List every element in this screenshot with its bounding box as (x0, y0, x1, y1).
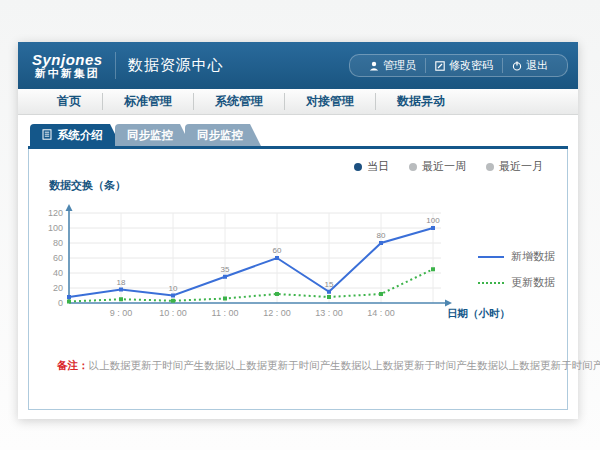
range-selector: 当日 最近一周 最近一月 (29, 149, 567, 174)
document-icon (42, 129, 52, 142)
svg-text:60: 60 (273, 246, 282, 255)
tab-sync-monitor-1[interactable]: 同步监控 (115, 124, 191, 146)
tab-sync-monitor-2[interactable]: 同步监控 (185, 124, 261, 146)
svg-text:80: 80 (377, 231, 386, 240)
nav-item-standard-mgmt[interactable]: 标准管理 (102, 93, 193, 110)
legend-swatch-solid-blue (478, 256, 504, 258)
svg-text:18: 18 (117, 278, 126, 287)
legend-item-new-data: 新增数据 (478, 249, 555, 264)
svg-text:11 : 00: 11 : 00 (212, 308, 239, 318)
svg-text:日期（小时）: 日期（小时） (447, 307, 510, 320)
tab-label: 系统介绍 (57, 128, 103, 143)
radio-dot-selected (354, 163, 362, 171)
legend-label: 新增数据 (511, 249, 555, 264)
svg-text:0: 0 (58, 298, 63, 308)
svg-text:40: 40 (53, 268, 63, 278)
svg-text:9 : 00: 9 : 00 (110, 308, 133, 318)
nav-item-home[interactable]: 首页 (36, 93, 102, 110)
footnote-prefix: 备注： (57, 359, 89, 371)
legend-label: 更新数据 (511, 275, 555, 290)
power-icon (512, 61, 522, 71)
chart-panel: 当日 最近一周 最近一月 数据交换（条） 0204060801001209 : … (28, 149, 568, 410)
line-chart: 0204060801001209 : 0010 : 0011 : 0012 : … (45, 197, 510, 329)
nav-item-data-change[interactable]: 数据异动 (375, 93, 466, 110)
brand-logo: Synjones 新中新集团 (32, 52, 116, 79)
user-icon (369, 61, 379, 71)
tab-label: 同步监控 (127, 128, 173, 143)
radio-dot (486, 163, 494, 171)
chart-legend: 新增数据 更新数据 (478, 249, 555, 290)
header-actions: 管理员 修改密码 退出 (349, 54, 568, 77)
svg-text:80: 80 (53, 238, 63, 248)
svg-text:10: 10 (169, 284, 178, 293)
tab-bar: 系统介绍 同步监控 同步监控 (30, 124, 568, 146)
edit-icon (435, 61, 445, 71)
y-axis-title: 数据交换（条） (49, 178, 567, 193)
radio-dot (409, 163, 417, 171)
content-area: 系统介绍 同步监控 同步监控 当日 最近一周 (18, 115, 578, 410)
svg-text:100: 100 (426, 216, 440, 225)
chart-container: 0204060801001209 : 0010 : 0011 : 0012 : … (45, 197, 567, 329)
logout-label: 退出 (526, 58, 548, 73)
nav-item-system-mgmt[interactable]: 系统管理 (193, 93, 284, 110)
brand-logo-text: Synjones (32, 52, 103, 68)
svg-text:15: 15 (325, 280, 334, 289)
radio-last-month[interactable]: 最近一月 (486, 159, 543, 174)
svg-text:60: 60 (53, 253, 63, 263)
nav-item-interface-mgmt[interactable]: 对接管理 (284, 93, 375, 110)
radio-today[interactable]: 当日 (354, 159, 389, 174)
svg-text:13 : 00: 13 : 00 (315, 308, 343, 318)
svg-text:12 : 00: 12 : 00 (263, 308, 291, 318)
logout-button[interactable]: 退出 (502, 58, 557, 73)
svg-text:120: 120 (48, 208, 63, 218)
radio-label: 当日 (367, 159, 389, 174)
svg-text:10 : 00: 10 : 00 (159, 308, 187, 318)
user-label: 管理员 (383, 58, 416, 73)
svg-text:35: 35 (221, 265, 230, 274)
page-title: 数据资源中心 (128, 56, 224, 75)
radio-label: 最近一月 (499, 159, 543, 174)
brand-logo-subtext: 新中新集团 (32, 68, 103, 80)
tab-system-intro[interactable]: 系统介绍 (30, 124, 121, 146)
tab-label: 同步监控 (197, 128, 243, 143)
radio-last-week[interactable]: 最近一周 (409, 159, 466, 174)
change-password-button[interactable]: 修改密码 (425, 58, 502, 73)
radio-label: 最近一周 (422, 159, 466, 174)
footnote: 备注：以上数据更新于时间产生数据以上数据更新于时间产生数据以上数据更新于时间产生… (57, 359, 567, 373)
footnote-text: 以上数据更新于时间产生数据以上数据更新于时间产生数据以上数据更新于时间产生数据以… (89, 359, 600, 371)
svg-text:14 : 00: 14 : 00 (367, 308, 395, 318)
legend-item-update-data: 更新数据 (478, 275, 555, 290)
svg-text:100: 100 (48, 223, 63, 233)
change-password-label: 修改密码 (449, 58, 493, 73)
user-button[interactable]: 管理员 (360, 58, 425, 73)
svg-text:20: 20 (53, 283, 63, 293)
app-window: Synjones 新中新集团 数据资源中心 管理员 修改密码 退出 (18, 42, 578, 419)
main-nav: 首页 标准管理 系统管理 对接管理 数据异动 (18, 89, 578, 115)
legend-swatch-dotted-green (478, 282, 504, 284)
app-header: Synjones 新中新集团 数据资源中心 管理员 修改密码 退出 (18, 42, 578, 89)
